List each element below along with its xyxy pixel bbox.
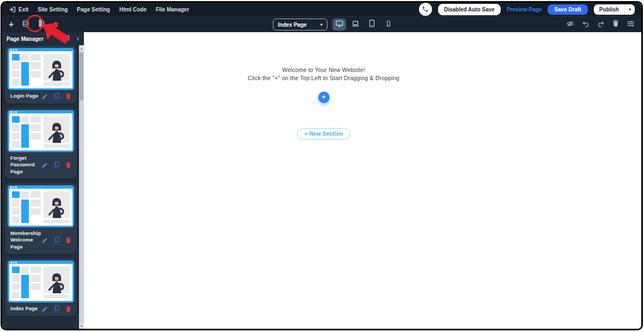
collapse-panel-button[interactable]: ‹ — [77, 35, 79, 42]
new-section-button[interactable]: + New Section — [297, 128, 351, 140]
mobile-view-button[interactable] — [381, 19, 395, 31]
browser-dots-icon — [10, 262, 17, 263]
welcome-line-2: Click the "+" on the Top Left to Start D… — [84, 74, 563, 82]
device-preview-group — [332, 19, 395, 31]
menu-site-setting[interactable]: Site Setting — [38, 7, 68, 13]
menu-page-setting-label: Page Setting — [77, 7, 110, 13]
edit-pencil-icon — [41, 237, 48, 244]
settings-sliders-button[interactable] — [627, 20, 635, 29]
thumbnail-caption-bar — [44, 144, 70, 148]
exit-icon — [9, 6, 16, 13]
duplicate-page-button[interactable] — [53, 161, 60, 168]
edit-page-button[interactable] — [41, 237, 48, 244]
thumbnail-caption-bar — [44, 295, 70, 298]
editor-canvas: Welcome to Your New Website! Click the "… — [84, 32, 641, 329]
thumbnail-person-illustration — [44, 116, 70, 143]
thumbnail-caption-bar — [44, 82, 70, 86]
delete-button[interactable] — [612, 20, 619, 29]
edit-page-button[interactable] — [41, 93, 48, 100]
publish-button-label[interactable]: Publish — [594, 4, 624, 15]
undo-button[interactable] — [582, 20, 590, 29]
page-manager-button[interactable] — [38, 19, 45, 29]
duplicate-icon — [53, 93, 60, 100]
laptop-icon — [351, 20, 360, 30]
collapse-chevron-icon: ‹ — [77, 35, 79, 42]
scroll-up-button[interactable]: ▲ — [79, 45, 84, 51]
page-manager-title: Page Manager — [7, 36, 44, 42]
menu-html-code[interactable]: Html Code — [119, 7, 147, 13]
menu-html-code-label: Html Code — [119, 7, 147, 13]
page-card[interactable]: Login Page — [5, 46, 77, 104]
caret-down-icon: ▾ — [320, 22, 323, 27]
scroll-up-icon: ▲ — [80, 47, 83, 50]
desktop-icon — [335, 20, 344, 30]
page-thumbnail — [8, 185, 74, 227]
publish-button[interactable]: Publish ▾ — [594, 4, 635, 15]
welcome-line-1: Welcome to Your New Website! — [84, 66, 563, 74]
layers-icon — [22, 20, 29, 29]
auto-save-status-button[interactable]: Disabled Auto Save — [438, 4, 501, 15]
pin-panel-button[interactable] — [65, 35, 71, 43]
sidebar-scrollbar[interactable]: ▲ ▼ — [79, 45, 84, 329]
hide-elements-icon — [566, 20, 574, 29]
editor-window: Exit Site Setting Page Setting Html Code… — [1, 1, 643, 330]
duplicate-icon — [53, 237, 60, 244]
scroll-down-button[interactable]: ▼ — [79, 323, 84, 329]
page-thumbnail — [8, 261, 74, 303]
welcome-message: Welcome to Your New Website! Click the "… — [84, 66, 563, 82]
scroll-down-icon: ▼ — [80, 324, 83, 328]
text-tool-button[interactable]: A — [53, 21, 58, 28]
thumbnail-skeleton — [12, 54, 41, 86]
page-card[interactable]: Membership Welcome Page — [5, 183, 77, 254]
edit-page-button[interactable] — [41, 162, 48, 168]
delete-page-button[interactable] — [65, 237, 71, 244]
text-tool-icon: A — [53, 21, 58, 28]
thumbnail-person-illustration — [44, 191, 70, 218]
plus-icon: + — [321, 93, 326, 101]
preview-page-button[interactable]: Preview Page — [507, 7, 542, 13]
scrollbar-thumb[interactable] — [80, 52, 83, 100]
page-name: Membership Welcome Page — [10, 230, 41, 250]
menu-file-manager[interactable]: File Manager — [156, 7, 189, 13]
publish-dropdown-caret[interactable]: ▾ — [624, 4, 635, 15]
delete-page-button[interactable] — [65, 93, 71, 100]
thumbnail-skeleton — [12, 116, 41, 148]
edit-pencil-icon — [41, 93, 48, 100]
editor-toolbar: + A Index Page ▾ — [2, 16, 641, 32]
add-element-button[interactable]: + — [9, 20, 14, 29]
tablet-icon — [368, 19, 376, 30]
menu-exit[interactable]: Exit — [9, 6, 28, 13]
page-thumbnail — [8, 48, 74, 90]
thumbnail-skeleton — [12, 191, 41, 223]
redo-button[interactable] — [597, 20, 605, 29]
edit-pencil-icon — [41, 306, 48, 312]
page-card[interactable]: Index Page — [5, 258, 77, 316]
trash-icon — [612, 20, 619, 29]
duplicate-page-button[interactable] — [53, 237, 60, 244]
page-name: Forget Password Page — [10, 155, 41, 175]
thumbnail-person-illustration — [44, 267, 70, 293]
delete-page-button[interactable] — [65, 161, 71, 168]
hide-elements-button[interactable] — [566, 20, 574, 29]
phone-support-button[interactable] — [419, 3, 432, 16]
tablet-view-button[interactable] — [365, 19, 379, 31]
menu-page-setting[interactable]: Page Setting — [77, 7, 110, 13]
page-card[interactable]: Forget Password Page — [5, 108, 77, 179]
edit-page-button[interactable] — [41, 306, 48, 312]
delete-page-button[interactable] — [65, 305, 71, 312]
page-select-dropdown[interactable]: Index Page ▾ — [273, 19, 327, 31]
page-manager-panel: Page Manager ‹ — [2, 32, 84, 329]
caret-down-icon: ▾ — [629, 7, 631, 12]
save-draft-button[interactable]: Save Draft — [548, 4, 587, 15]
add-section-plus-button[interactable]: + — [318, 92, 330, 103]
browser-dots-icon — [10, 49, 17, 51]
desktop-view-button[interactable] — [332, 19, 346, 31]
duplicate-icon — [53, 161, 60, 168]
duplicate-page-button[interactable] — [53, 93, 60, 100]
laptop-view-button[interactable] — [349, 19, 362, 31]
redo-icon — [597, 20, 605, 29]
thumbnail-skeleton — [12, 267, 41, 298]
page-name: Index Page — [10, 305, 41, 312]
duplicate-page-button[interactable] — [53, 305, 60, 312]
layers-button[interactable] — [22, 20, 29, 29]
